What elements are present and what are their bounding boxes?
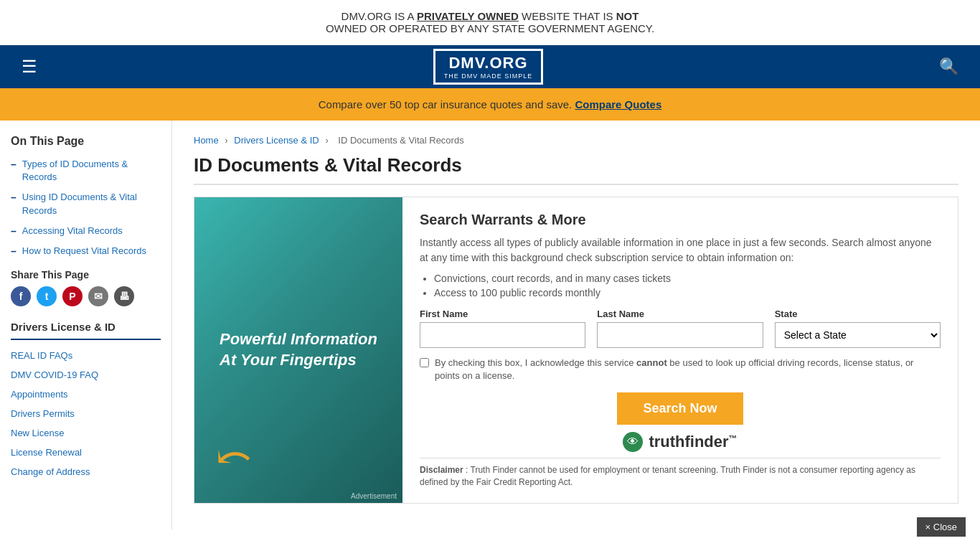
toc-dash-3: – [11, 225, 17, 237]
ad-image-line2: At Your Fingertips [220, 351, 357, 369]
first-name-label: First Name [420, 309, 585, 319]
sidebar-item-covid[interactable]: DMV COVID-19 FAQ [11, 365, 161, 385]
notice-bar: DMV.ORG IS A PRIVATELY OWNED WEBSITE THA… [0, 0, 980, 45]
notice-text: DMV.ORG IS A PRIVATELY OWNED WEBSITE THA… [326, 10, 654, 34]
insurance-banner: Compare over 50 top car insurance quotes… [0, 88, 980, 121]
truthfinder-icon: 👁 [623, 432, 643, 452]
compare-quotes-link[interactable]: Compare Quotes [575, 98, 661, 110]
ad-image-text: Powerful Information At Your Fingertips [220, 329, 377, 370]
toc-item-1: – Types of ID Documents & Records [11, 158, 161, 184]
drivers-section-title: Drivers License & ID [11, 321, 161, 340]
share-twitter-button[interactable]: t [37, 286, 57, 306]
ad-card: Powerful Information At Your Fingertips … [194, 197, 958, 504]
sidebar-item-change-address[interactable]: Change of Address [11, 462, 161, 481]
logo-sub-text: THE DMV MADE SIMPLE [444, 72, 533, 80]
breadcrumb-current: ID Documents & Vital Records [338, 135, 463, 146]
sidebar-item-appointments[interactable]: Appointments [11, 385, 161, 404]
truthfinder-logo: 👁 truthfinder™ [420, 432, 941, 452]
disclaimer: Disclaimer : Truth Finder cannot be used… [420, 458, 941, 489]
ad-bullet-list: Convictions, court records, and in many … [420, 273, 941, 298]
state-field: State Select a State Alabama Alaska Ariz… [775, 309, 941, 348]
acknowledge-checkbox[interactable] [420, 358, 429, 367]
site-logo[interactable]: DMV.ORG THE DMV MADE SIMPLE [433, 49, 544, 85]
share-title: Share This Page [11, 269, 161, 281]
search-icon[interactable]: 🔍 [939, 57, 958, 76]
toc-item-2: – Using ID Documents & Vital Records [11, 191, 161, 217]
toc-link-2[interactable]: Using ID Documents & Vital Records [22, 191, 161, 217]
state-label: State [775, 309, 941, 319]
share-pinterest-button[interactable]: P [62, 286, 83, 306]
ad-content-title: Search Warrants & More [420, 212, 941, 228]
sidebar-item-new-license[interactable]: New License [11, 423, 161, 443]
toc-dash-2: – [11, 192, 17, 203]
share-print-button[interactable]: 🖶 [114, 286, 134, 306]
ad-bullet-1: Convictions, court records, and in many … [434, 273, 941, 284]
site-header: ☰ DMV.ORG THE DMV MADE SIMPLE 🔍 [0, 45, 980, 88]
breadcrumb: Home › Drivers License & ID › ID Documen… [194, 135, 958, 146]
ad-image-side: Powerful Information At Your Fingertips … [194, 197, 402, 503]
on-this-page-title: On This Page [11, 135, 161, 148]
sidebar: On This Page – Types of ID Documents & R… [0, 121, 172, 529]
last-name-label: Last Name [597, 309, 763, 319]
acknowledge-text: By checking this box, I acknowledge this… [435, 357, 941, 382]
page-title: ID Documents & Vital Records [194, 154, 958, 185]
arrow-graphic: ⤺ [216, 431, 252, 481]
sidebar-item-license-renewal[interactable]: License Renewal [11, 443, 161, 462]
main-container: On This Page – Types of ID Documents & R… [0, 121, 980, 529]
share-facebook-button[interactable]: f [11, 286, 31, 306]
sidebar-item-real-id[interactable]: REAL ID FAQs [11, 346, 161, 365]
last-name-field: Last Name [597, 309, 763, 348]
logo-main-text: DMV.ORG [444, 54, 533, 72]
ad-content-desc: Instantly access all types of publicly a… [420, 235, 941, 265]
toc-item-4: – How to Request Vital Records [11, 245, 161, 258]
disclaimer-label: Disclaimer [420, 465, 463, 475]
toc-dash-4: – [11, 245, 17, 257]
ad-content-side: Search Warrants & More Instantly access … [402, 197, 958, 503]
ad-image-line1: Powerful Information [220, 330, 377, 348]
sidebar-item-permits[interactable]: Drivers Permits [11, 404, 161, 423]
toc-link-3[interactable]: Accessing Vital Records [22, 225, 123, 237]
disclaimer-text: : Truth Finder cannot be used for employ… [420, 465, 915, 487]
breadcrumb-home[interactable]: Home [194, 135, 219, 146]
toc-link-4[interactable]: How to Request Vital Records [22, 245, 146, 258]
first-name-field: First Name [420, 309, 585, 348]
toc-link-1[interactable]: Types of ID Documents & Records [22, 158, 161, 184]
hamburger-icon[interactable]: ☰ [22, 57, 37, 77]
breadcrumb-sep-1: › [225, 135, 230, 146]
share-email-button[interactable]: ✉ [88, 286, 108, 306]
state-select[interactable]: Select a State Alabama Alaska Arizona Ca… [775, 322, 941, 348]
toc-dash-1: – [11, 159, 17, 170]
content-area: Home › Drivers License & ID › ID Documen… [172, 121, 980, 529]
last-name-input[interactable] [597, 322, 763, 348]
breadcrumb-parent[interactable]: Drivers License & ID [234, 135, 319, 146]
cannot-text: cannot [636, 357, 667, 368]
first-name-input[interactable] [420, 322, 585, 348]
ad-label: Advertisement [351, 492, 397, 500]
truthfinder-tm: ™ [729, 433, 738, 443]
truthfinder-name: truthfinder™ [649, 433, 737, 451]
share-icons: f t P ✉ 🖶 [11, 286, 161, 306]
breadcrumb-sep-2: › [325, 135, 331, 146]
ad-bullet-2: Access to 100 public records monthly [434, 287, 941, 298]
search-form-row: First Name Last Name State Select a Stat… [420, 309, 941, 348]
search-now-button[interactable]: Search Now [617, 392, 743, 425]
close-button[interactable]: × Close [917, 517, 966, 529]
acknowledge-row: By checking this box, I acknowledge this… [420, 357, 941, 382]
insurance-text: Compare over 50 top car insurance quotes… [319, 98, 573, 110]
toc-item-3: – Accessing Vital Records [11, 225, 161, 237]
